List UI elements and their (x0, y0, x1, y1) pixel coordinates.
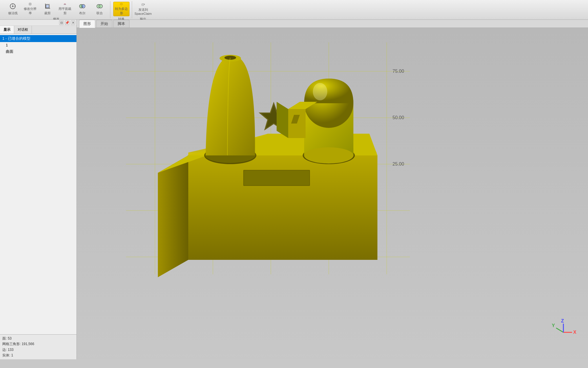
svg-marker-31 (158, 155, 188, 277)
fix-normals-label: 修法线 (8, 11, 18, 15)
scale-75: 75.00 (392, 69, 404, 74)
toolbar-group-convert: 转为多边形 转换 (111, 1, 132, 18)
viewport-tabs: 图形 开始 脚本 (77, 20, 588, 28)
plane-crop-button[interactable]: 用平面裁剪 (57, 2, 73, 16)
svg-text:Y: Y (552, 323, 555, 328)
bur-button[interactable]: ∪ 布尔 (74, 2, 90, 16)
edge-count: 边: 133 (2, 347, 74, 353)
face-count: 面: 53 (2, 336, 74, 341)
modify-split-button[interactable]: 修改分辨率 (22, 2, 38, 16)
svg-rect-34 (244, 171, 309, 185)
tree-item-1[interactable]: 1 (0, 42, 76, 48)
modify-split-label: 修改分辨率 (23, 7, 37, 15)
scale-50: 50.00 (392, 115, 404, 120)
crop-label: 裁剪 (44, 11, 51, 15)
toolbar-group-output: 发送到SpaceClaim 输出 (133, 1, 154, 18)
svg-rect-15 (142, 5, 143, 5)
to-polygon-label: 转为多边形 (114, 7, 129, 15)
mesh-count: 网格三角形: 191,566 (2, 341, 74, 347)
to-polygon-button[interactable]: 转为多边形 (113, 2, 129, 16)
viewport[interactable]: 图形 开始 脚本 (77, 20, 588, 359)
tree-item-model[interactable]: 1 - 已缝合的模型 (0, 35, 76, 42)
svg-text:X: X (573, 330, 576, 335)
3d-scene: 75.00 50.00 25.00 40.00 (77, 28, 588, 359)
svg-rect-4 (46, 5, 49, 8)
tab-start[interactable]: 开始 (96, 20, 112, 28)
tree-item-surface[interactable]: 曲面 (0, 48, 76, 55)
panel-close-button[interactable]: ✕ (71, 20, 75, 25)
svg-point-44 (313, 83, 327, 100)
panel-header: ⊟ 📌 ✕ (0, 20, 76, 26)
crop-button[interactable]: 裁剪 (39, 2, 56, 16)
plane-crop-label: 用平面裁剪 (58, 7, 72, 15)
union-label: 联合 (96, 11, 103, 15)
svg-text:∪: ∪ (82, 6, 83, 8)
tab-graphics[interactable]: 图形 (79, 20, 95, 28)
tab-display[interactable]: 显示 (0, 26, 14, 34)
panel-tabs: 显示 对话框 (0, 26, 76, 34)
scale-25: 25.00 (392, 162, 404, 166)
svg-text:Z: Z (561, 318, 564, 323)
tree-area: 1 - 已缝合的模型 1 曲面 (0, 34, 76, 334)
left-panel: ⊟ 📌 ✕ 显示 对话框 1 - 已缝合的模型 1 曲面 面: 53 网格三角形… (0, 20, 77, 359)
svg-rect-14 (142, 4, 144, 4)
send-spaceclaim-label: 发送到SpaceClaim (134, 8, 151, 15)
union-button[interactable]: 联合 (92, 2, 108, 16)
tab-dialog[interactable]: 对话框 (14, 26, 32, 34)
main-content: ⊟ 📌 ✕ 显示 对话框 1 - 已缝合的模型 1 曲面 面: 53 网格三角形… (0, 20, 588, 359)
svg-point-43 (304, 147, 353, 164)
bur-label: 布尔 (79, 11, 85, 15)
fix-normals-button[interactable]: 修法线 (5, 2, 21, 16)
status-bar: 面: 53 网格三角形: 191,566 边: 133 实体: 1 (0, 334, 76, 359)
svg-marker-12 (121, 3, 122, 5)
panel-pin-button[interactable]: 📌 (65, 20, 70, 25)
panel-float-button[interactable]: ⊟ (59, 20, 64, 25)
tab-script[interactable]: 脚本 (113, 20, 129, 28)
main-toolbar: 修法线 修改分辨率 裁剪 (0, 0, 588, 20)
send-spaceclaim-button[interactable]: 发送到SpaceClaim (135, 2, 151, 16)
solid-count: 实体: 1 (2, 353, 74, 358)
svg-point-10 (99, 4, 103, 8)
toolbar-group-modify: 修法线 修改分辨率 裁剪 (2, 1, 110, 18)
